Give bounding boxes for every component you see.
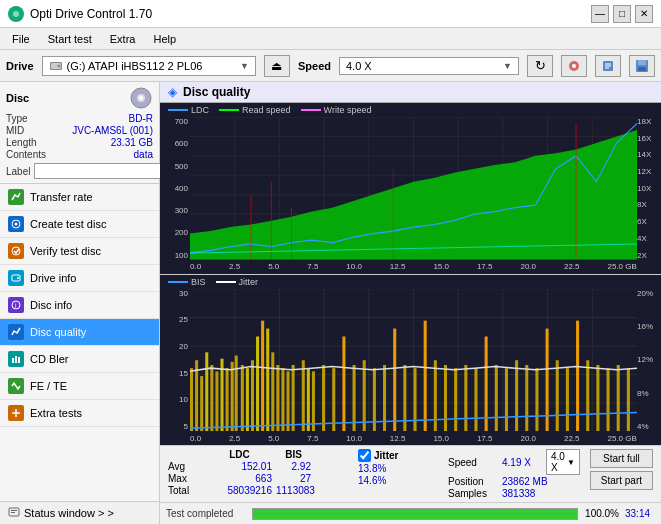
disc-info-label: Disc info — [30, 299, 72, 311]
svg-rect-12 — [638, 60, 646, 65]
position-label: Position — [448, 476, 498, 487]
sidebar-item-cd-bler[interactable]: CD Bler — [0, 346, 159, 373]
chart1-svg — [190, 117, 637, 260]
jitter-max-row: 14.6% — [358, 475, 438, 486]
svg-rect-86 — [266, 328, 269, 431]
app-title: Opti Drive Control 1.70 — [30, 7, 152, 21]
drive-info-label: Drive info — [30, 272, 76, 284]
menu-help[interactable]: Help — [145, 31, 184, 47]
burn-button[interactable] — [561, 55, 587, 77]
disc-contents-value: data — [134, 149, 153, 160]
svg-rect-116 — [535, 368, 538, 431]
drive-select[interactable]: (G:) ATAPI iHBS112 2 PL06 ▼ — [42, 56, 256, 76]
disc-label-field-label: Label — [6, 166, 30, 177]
svg-point-16 — [139, 96, 143, 100]
progress-bar — [252, 508, 578, 520]
status-window-button[interactable]: Status window > > — [0, 501, 159, 524]
stats-ldc-bis: LDC BIS Avg 152.01 2.92 Max 663 27 Tot — [168, 449, 348, 496]
speed-select[interactable]: 4.0 X ▼ — [339, 57, 519, 75]
svg-rect-118 — [556, 360, 559, 431]
sidebar-item-drive-info[interactable]: Drive info — [0, 265, 159, 292]
svg-rect-24 — [12, 358, 14, 363]
edit-button[interactable] — [595, 55, 621, 77]
menu-file[interactable]: File — [4, 31, 38, 47]
stats-total-label: Total — [168, 485, 203, 496]
close-button[interactable]: ✕ — [635, 5, 653, 23]
extra-tests-label: Extra tests — [30, 407, 82, 419]
svg-rect-92 — [302, 360, 305, 431]
stats-total-row: Total 58039216 1113083 — [168, 485, 348, 496]
jitter-checkbox[interactable] — [358, 449, 371, 462]
progress-bar-container: Test completed 100.0% 33:14 — [160, 502, 661, 524]
start-part-button[interactable]: Start part — [590, 471, 653, 490]
sidebar-item-transfer-rate[interactable]: Transfer rate — [0, 184, 159, 211]
menubar: File Start test Extra Help — [0, 28, 661, 50]
charts-area: LDC Read speed Write speed — [160, 103, 661, 502]
disc-panel: Disc Type BD-R MID JVC-AMS6L (001) Lengt… — [0, 82, 159, 184]
progress-bar-fill — [253, 509, 577, 519]
speed-select-value: 4.0 X — [551, 451, 565, 473]
stats-avg-ldc: 152.01 — [207, 461, 272, 472]
sidebar-item-verify-test-disc[interactable]: Verify test disc — [0, 238, 159, 265]
speed-dropdown-arrow: ▼ — [567, 458, 575, 467]
disc-contents-label: Contents — [6, 149, 46, 160]
svg-rect-114 — [515, 360, 518, 431]
app-icon — [8, 6, 24, 22]
sidebar-item-extra-tests[interactable]: Extra tests — [0, 400, 159, 427]
disc-quality-header: ◈ Disc quality — [160, 82, 661, 103]
sidebar-item-create-test-disc[interactable]: Create test disc — [0, 211, 159, 238]
legend-bis-label: BIS — [191, 277, 206, 287]
start-full-button[interactable]: Start full — [590, 449, 653, 468]
nav-items: Transfer rate Create test disc Verify te… — [0, 184, 159, 501]
disc-mid-value: JVC-AMS6L (001) — [72, 125, 153, 136]
menu-start-test[interactable]: Start test — [40, 31, 100, 47]
jitter-max-value: 14.6% — [358, 475, 386, 486]
svg-rect-80 — [235, 355, 238, 431]
disc-label-input[interactable] — [34, 163, 167, 179]
svg-point-4 — [57, 64, 60, 67]
speed-value: 4.0 X — [346, 60, 499, 72]
save-button[interactable] — [629, 55, 655, 77]
sidebar-item-disc-quality[interactable]: Disc quality — [0, 319, 159, 346]
disc-length-value: 23.31 GB — [111, 137, 153, 148]
svg-rect-104 — [414, 368, 417, 431]
eject-button[interactable]: ⏏ — [264, 55, 290, 77]
disc-mid-row: MID JVC-AMS6L (001) — [6, 125, 153, 136]
drive-icon — [49, 59, 63, 73]
svg-rect-84 — [256, 336, 259, 431]
drive-label: Drive — [6, 60, 34, 72]
svg-point-1 — [13, 11, 19, 17]
legend-ldc-label: LDC — [191, 105, 209, 115]
menu-extra[interactable]: Extra — [102, 31, 144, 47]
titlebar-left: Opti Drive Control 1.70 — [8, 6, 152, 22]
chart1-x-axis: 0.0 2.5 5.0 7.5 10.0 12.5 15.0 17.5 20.0… — [190, 260, 637, 274]
legend-read-label: Read speed — [242, 105, 291, 115]
cd-bler-label: CD Bler — [30, 353, 69, 365]
cd-bler-icon — [8, 351, 24, 367]
samples-label: Samples — [448, 488, 498, 499]
sidebar-item-disc-info[interactable]: i Disc info — [0, 292, 159, 319]
stats-headers-row: LDC BIS — [168, 449, 348, 460]
maximize-button[interactable]: □ — [613, 5, 631, 23]
speed-dropdown[interactable]: 4.0 X ▼ — [546, 449, 580, 475]
disc-quality-icon — [8, 324, 24, 340]
svg-rect-107 — [444, 365, 447, 432]
sidebar-item-fe-te[interactable]: FE / TE — [0, 373, 159, 400]
disc-mid-label: MID — [6, 125, 24, 136]
titlebar-controls: — □ ✕ — [591, 5, 653, 23]
stats-bar: LDC BIS Avg 152.01 2.92 Max 663 27 Tot — [160, 445, 661, 502]
svg-rect-79 — [231, 361, 234, 431]
svg-rect-115 — [525, 365, 528, 432]
refresh-button[interactable]: ↻ — [527, 55, 553, 77]
disc-type-row: Type BD-R — [6, 113, 153, 124]
minimize-button[interactable]: — — [591, 5, 609, 23]
drivebar: Drive (G:) ATAPI iHBS112 2 PL06 ▼ ⏏ Spee… — [0, 50, 661, 82]
stats-max-row: Max 663 27 — [168, 473, 348, 484]
chart2-svg — [190, 289, 637, 432]
stats-total-bis: 1113083 — [276, 485, 315, 496]
jitter-label: Jitter — [374, 450, 398, 461]
jitter-checkbox-row: Jitter — [358, 449, 438, 462]
stats-max-ldc: 663 — [207, 473, 272, 484]
stats-max-bis: 27 — [276, 473, 311, 484]
svg-rect-88 — [276, 365, 279, 432]
